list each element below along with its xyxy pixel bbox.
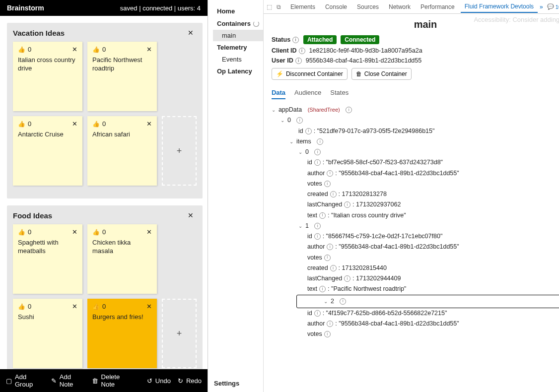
tree-node[interactable]: ⌄0 i (272, 115, 559, 126)
info-icon[interactable]: i (330, 191, 337, 197)
inspect-icon[interactable]: ⬚ (267, 3, 275, 10)
tab-network[interactable]: Network (385, 1, 415, 12)
sticky-note[interactable]: 👍0 ✕ Burgers and fries! (87, 299, 157, 368)
message-badge[interactable]: 💬 10 (547, 3, 559, 10)
chevron-down-icon[interactable]: ⌄ (289, 137, 294, 146)
info-icon[interactable]: i (296, 117, 303, 124)
info-icon[interactable]: i (344, 275, 350, 282)
note-close-icon[interactable]: ✕ (146, 303, 152, 310)
info-icon[interactable]: i (324, 331, 331, 337)
info-icon[interactable]: i (314, 223, 321, 229)
vote-button[interactable]: 👍0 (92, 303, 106, 310)
info-icon[interactable]: i (292, 37, 299, 43)
vote-button[interactable]: 👍0 (92, 46, 106, 53)
tree-node[interactable]: ⌄0 i (272, 147, 559, 157)
device-icon[interactable]: ⧉ (277, 3, 284, 10)
chevron-down-icon[interactable]: ⌄ (272, 106, 277, 114)
tree-leaf[interactable]: id i : "bf7ec958-58cf-c507-f523-637d2432… (272, 157, 559, 168)
chevron-down-icon[interactable]: ⌄ (280, 116, 285, 125)
vote-button[interactable]: 👍0 (92, 228, 106, 236)
tab-console[interactable]: Console (321, 1, 351, 12)
tree-leaf[interactable]: text i : "Pacific Northwest roadtrip" (272, 284, 559, 294)
sidebar-op-latency[interactable]: Op Latency (213, 65, 263, 77)
sticky-note[interactable]: 👍0 ✕ Chicken tikka masala (87, 224, 157, 294)
chevron-down-icon[interactable]: ⌄ (324, 297, 329, 306)
sidebar-container-main[interactable]: main (213, 30, 263, 41)
sticky-note[interactable]: 👍0 ✕ African safari (87, 116, 157, 186)
tree-leaf[interactable]: lastChanged i : 1713202937062 (272, 199, 559, 210)
info-icon[interactable]: i (314, 149, 321, 155)
tab-elements[interactable]: Elements (286, 1, 319, 12)
vote-button[interactable]: 👍0 (18, 303, 31, 310)
app-body[interactable]: Vacation Ideas ✕ 👍0 ✕ Italian cross coun… (0, 16, 208, 369)
add-note-slot[interactable]: + (162, 116, 197, 186)
close-container-button[interactable]: 🗑Close Container (351, 68, 412, 80)
undo-button[interactable]: ↺Undo (147, 377, 171, 385)
delete-note-button[interactable]: 🗑Delete Note (92, 373, 133, 388)
info-icon[interactable]: i (319, 286, 326, 292)
tree-root[interactable]: ⌄appData (SharedTree) i (272, 105, 559, 115)
subtab-audience[interactable]: Audience (294, 87, 321, 99)
info-icon[interactable]: i (295, 58, 302, 64)
sticky-note[interactable]: 👍0 ✕ Antarctic Cruise (13, 116, 82, 186)
tree-leaf[interactable]: author i : "9556b348-cbaf-4ac1-89b1-d22d… (272, 168, 559, 179)
tabs-overflow-icon[interactable]: » (540, 3, 543, 10)
info-icon[interactable]: i (317, 138, 323, 145)
tree-leaf[interactable]: votes i (272, 329, 559, 339)
tab-performance[interactable]: Performance (417, 1, 459, 12)
info-icon[interactable]: i (327, 321, 333, 327)
sticky-note[interactable]: 👍0 ✕ Pacific Northwest roadtrip (87, 42, 157, 111)
tree-leaf[interactable]: created i : 1713202813278 (272, 189, 559, 199)
tree-leaf[interactable]: votes i (272, 253, 559, 263)
tree-leaf[interactable]: id i : "4f159c77-625b-d866-b52d-5566822e… (272, 308, 559, 319)
note-close-icon[interactable]: ✕ (72, 228, 77, 236)
sticky-note[interactable]: 👍0 ✕ Sushi (13, 299, 82, 368)
tree-node[interactable]: ⌄items i (272, 136, 559, 147)
vote-button[interactable]: 👍0 (18, 46, 31, 53)
info-icon[interactable]: i (314, 310, 321, 317)
disconnect-button[interactable]: ⚡Disconnect Container (272, 68, 348, 80)
redo-button[interactable]: ↻Redo (178, 377, 202, 385)
tree-node[interactable]: ⌄1 i (272, 221, 559, 231)
note-close-icon[interactable]: ✕ (146, 228, 152, 236)
sticky-note[interactable]: 👍0 ✕ Spaghetti with meatballs (13, 224, 82, 294)
info-icon[interactable]: i (319, 212, 326, 219)
info-icon[interactable]: i (327, 244, 333, 250)
sidebar-containers[interactable]: Containers (213, 17, 263, 30)
devtools-content[interactable]: main Status i Attached Connected Client … (264, 14, 559, 392)
chevron-down-icon[interactable]: ⌄ (298, 222, 303, 230)
add-note-button[interactable]: ✎Add Note (51, 373, 85, 388)
vote-button[interactable]: 👍0 (18, 120, 31, 128)
sidebar-settings[interactable]: Settings (208, 375, 263, 392)
sticky-note[interactable]: 👍0 ✕ Italian cross country drive (13, 42, 82, 111)
info-icon[interactable]: i (314, 159, 321, 166)
info-icon[interactable]: i (340, 298, 346, 305)
info-icon[interactable]: i (299, 48, 305, 54)
vote-button[interactable]: 👍0 (18, 228, 31, 236)
group-close-icon[interactable]: ✕ (185, 210, 197, 220)
tree-leaf[interactable]: id i : "85667f45-c759-1c2e-0d2f-17c1ebc0… (272, 231, 559, 242)
note-close-icon[interactable]: ✕ (146, 120, 152, 128)
note-close-icon[interactable]: ✕ (146, 46, 152, 53)
info-icon[interactable]: i (330, 265, 337, 271)
tree-node-selected[interactable]: ⌄2 i (296, 295, 559, 308)
note-close-icon[interactable]: ✕ (72, 46, 77, 53)
sidebar-home[interactable]: Home (213, 5, 263, 17)
tab-fluid-devtools[interactable]: Fluid Framework Devtools (461, 1, 538, 13)
info-icon[interactable]: i (327, 170, 333, 177)
chevron-down-icon[interactable]: ⌄ (298, 148, 303, 156)
tab-sources[interactable]: Sources (353, 1, 383, 12)
sidebar-telemetry[interactable]: Telemetry (213, 41, 263, 54)
tree-leaf[interactable]: id i : "521dfe79-017c-a973-05f5-f2e29498… (272, 126, 559, 136)
info-icon[interactable]: i (346, 107, 352, 113)
vote-button[interactable]: 👍0 (92, 120, 106, 128)
info-icon[interactable]: i (344, 201, 350, 208)
info-icon[interactable]: i (314, 233, 321, 240)
tree-leaf[interactable]: text i : "Italian cross country drive" (272, 210, 559, 221)
note-close-icon[interactable]: ✕ (72, 120, 77, 128)
tree-leaf[interactable]: created i : 1713202815440 (272, 263, 559, 273)
tree-leaf[interactable]: votes i (272, 179, 559, 189)
group-close-icon[interactable]: ✕ (185, 28, 197, 38)
info-icon[interactable]: i (324, 181, 331, 187)
info-icon[interactable]: i (305, 128, 312, 134)
